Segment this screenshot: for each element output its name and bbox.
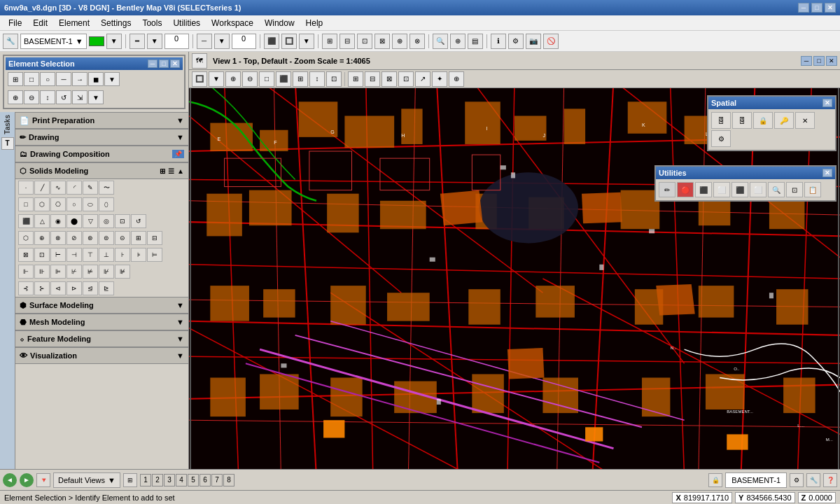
tool-pen[interactable]: ✎ (83, 181, 98, 195)
es-sub-tool[interactable]: ⊖ (24, 90, 39, 104)
es-add-tool[interactable]: ⊕ (8, 90, 23, 104)
spatial-tool-db2[interactable]: 🗄 (732, 112, 752, 129)
es-box-tool[interactable]: □ (24, 72, 39, 86)
acc-btn3[interactable]: ⊡ (357, 34, 372, 49)
category-visualization[interactable]: 👁 Visualization ▼ (15, 347, 188, 364)
tool-sphere[interactable]: ◉ (50, 214, 66, 228)
solids-list-icon[interactable]: ☰ (168, 167, 174, 175)
tool-b5[interactable]: ⊛ (83, 231, 98, 245)
panel-max-btn[interactable]: □ (159, 59, 169, 68)
tool-cylinder[interactable]: ⬤ (66, 214, 82, 228)
tool-c7[interactable]: ⊦ (115, 248, 130, 262)
drawing-comp-pin-icon[interactable]: 📌 (172, 150, 184, 158)
sel-btn[interactable]: ▤ (468, 34, 483, 49)
tool-e4[interactable]: ⊳ (66, 281, 82, 295)
tool-e1[interactable]: ⊰ (18, 281, 34, 295)
es-extra2-tool[interactable]: ▼ (88, 90, 104, 104)
spatial-close-btn[interactable]: ✕ (822, 99, 832, 107)
spatial-tool-x[interactable]: ✕ (795, 112, 815, 129)
spatial-tool-gear[interactable]: ⚙ (711, 130, 731, 147)
menu-element[interactable]: Element (53, 17, 95, 29)
tool-torus[interactable]: ◎ (99, 214, 114, 228)
cam-btn[interactable]: 📷 (526, 34, 541, 49)
stop-btn[interactable]: 🚫 (543, 34, 559, 49)
info-btn[interactable]: ℹ (491, 34, 506, 49)
panel-close-btn[interactable]: ✕ (170, 59, 180, 68)
view-max-btn[interactable]: □ (813, 56, 825, 66)
category-drawing-composition[interactable]: 🗂 Drawing Composition 📌 (15, 146, 188, 162)
solids-grid-icon[interactable]: ⊞ (160, 167, 165, 175)
vt-btn4[interactable]: ⊖ (242, 71, 258, 87)
util-tool-doc[interactable]: 📋 (804, 182, 821, 197)
menu-window[interactable]: Window (259, 17, 300, 29)
vt-snap6[interactable]: ✦ (432, 71, 447, 87)
tool-e3[interactable]: ⊲ (50, 281, 66, 295)
util-tool-box2[interactable]: ⬜ (713, 182, 730, 197)
vt-snap1[interactable]: ⊞ (348, 71, 363, 87)
tool-wedge[interactable]: △ (34, 214, 50, 228)
vt-snap4[interactable]: ⊡ (398, 71, 414, 87)
tool-point[interactable]: · (18, 181, 34, 195)
tool-b2[interactable]: ⊕ (34, 231, 50, 245)
vt-btn9[interactable]: ⊡ (326, 71, 342, 87)
lock-btn[interactable]: 🔒 (708, 473, 722, 487)
es-scale-tool[interactable]: ⇲ (72, 90, 88, 104)
maximize-button[interactable]: □ (811, 3, 822, 13)
tool-freehand[interactable]: 〜 (99, 181, 114, 195)
tool-extrude[interactable]: ⊡ (115, 214, 130, 228)
view-min-btn[interactable]: ─ (801, 56, 812, 66)
tool-c3[interactable]: ⊢ (50, 248, 66, 262)
tool-b4[interactable]: ⊘ (66, 231, 82, 245)
util-tool-grid[interactable]: ⊡ (786, 182, 803, 197)
menu-edit[interactable]: Edit (27, 17, 53, 29)
vt-btn3[interactable]: ⊕ (225, 71, 241, 87)
nav-fwd-btn[interactable]: ► (20, 473, 34, 487)
page-8-btn[interactable]: 8 (223, 474, 234, 486)
num-input-2[interactable]: 0 (232, 34, 256, 49)
tool-d1[interactable]: ⊩ (18, 265, 34, 279)
color-btn[interactable]: ▼ (106, 34, 122, 49)
category-surface-modeling[interactable]: ⬢ Surface Modeling ▼ (15, 297, 188, 314)
vt-snap3[interactable]: ⊠ (382, 71, 397, 87)
num-input-1[interactable]: 0 (164, 34, 189, 49)
tool-cone[interactable]: ▽ (83, 214, 98, 228)
tool-d6[interactable]: ⊮ (99, 265, 114, 279)
es-circle-tool[interactable]: ○ (40, 72, 55, 86)
tool-c1[interactable]: ⊠ (18, 248, 34, 262)
page-5-btn[interactable]: 5 (188, 474, 199, 486)
acc-btn1[interactable]: ⊞ (322, 34, 337, 49)
category-solids-modeling[interactable]: ⬡ Solids Modeling ⊞ ☰ ▲ (15, 162, 188, 179)
spatial-tool-key[interactable]: 🔑 (774, 112, 794, 129)
vt-btn7[interactable]: ⊞ (293, 71, 308, 87)
tool-curve[interactable]: ∿ (50, 181, 66, 195)
line-style-btn[interactable]: ─ (197, 34, 212, 49)
page-1-btn[interactable]: 1 (140, 474, 151, 486)
settings-btn2[interactable]: ⚙ (790, 473, 804, 487)
vt-snap7[interactable]: ⊕ (449, 71, 464, 87)
level-dropdown[interactable]: BASEMENT-1 ▼ (20, 34, 87, 49)
toolbar-icon-btn[interactable]: 🔧 (3, 34, 18, 49)
tool-rect[interactable]: □ (18, 197, 34, 211)
tool-circle[interactable]: ○ (66, 197, 82, 211)
tool-e5[interactable]: ⊴ (83, 281, 98, 295)
vt-btn8[interactable]: ↕ (309, 71, 325, 87)
tool-c8[interactable]: ⊧ (131, 248, 146, 262)
vt-snap5[interactable]: ↗ (415, 71, 430, 87)
acc-btn5[interactable]: ⊕ (392, 34, 407, 49)
weight-dropdown[interactable]: ▼ (147, 34, 162, 49)
tool-b7[interactable]: ⊝ (115, 231, 130, 245)
page-2-btn[interactable]: 2 (152, 474, 163, 486)
tool-d3[interactable]: ⊫ (50, 265, 66, 279)
line-style-dropdown[interactable]: ▼ (214, 34, 230, 49)
view-icon[interactable]: 🗺 (192, 53, 207, 69)
es-line-tool[interactable]: ─ (56, 72, 71, 86)
category-drawing[interactable]: ✏ Drawing ▼ (15, 129, 188, 146)
snap-dropdown[interactable]: ▼ (299, 34, 314, 49)
tool-d2[interactable]: ⊪ (34, 265, 50, 279)
close-button[interactable]: ✕ (825, 3, 836, 13)
tool-e2[interactable]: ⊱ (34, 281, 50, 295)
tool-d7[interactable]: ⊯ (115, 265, 130, 279)
menu-file[interactable]: File (3, 17, 27, 29)
acc-btn4[interactable]: ⊠ (374, 34, 390, 49)
fit-view-btn[interactable]: ⊞ (123, 473, 137, 487)
